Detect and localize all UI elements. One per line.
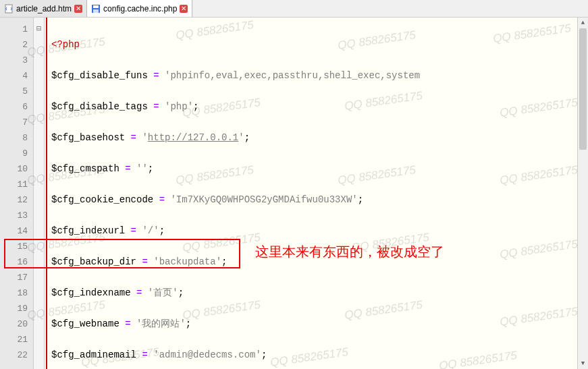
line-number: 16 [0, 254, 33, 270]
code-line: $cfg_cookie_encode = 'Im7XKyGQ0WHPOSG2yG… [51, 192, 588, 208]
svg-rect-0 [5, 5, 12, 13]
line-number: 14 [0, 223, 33, 239]
line-number-gutter: 1 2 3 4 5 6 7 8 9 10 11 12 13 14 15 16 1… [0, 18, 34, 369]
code-line: $cfg_disable_funs = 'phpinfo,eval,exec,p… [51, 68, 588, 84]
line-number: 17 [0, 270, 33, 285]
tab-article-add[interactable]: article_add.htm ✕ [0, 0, 87, 17]
annotation-text: 这里本来有东西的，被改成空了 [255, 244, 444, 260]
line-number: 20 [0, 316, 33, 332]
tab-config-cache[interactable]: config.cache.inc.php ✕ [87, 0, 192, 17]
code-line: $cfg_cmspath = ''; [51, 161, 588, 177]
file-code-icon [4, 4, 14, 13]
tab-label: article_add.htm [16, 4, 72, 13]
scrollbar-thumb[interactable] [579, 28, 587, 150]
close-icon[interactable]: ✕ [180, 5, 188, 13]
code-line: $cfg_disable_tags = 'php'; [51, 99, 588, 115]
fold-toggle-icon[interactable]: ⊟ [34, 22, 44, 37]
scroll-down-icon[interactable]: ▼ [578, 358, 588, 369]
line-number: 22 [0, 347, 33, 363]
scroll-up-icon[interactable]: ▲ [578, 18, 588, 28]
svg-rect-2 [93, 5, 99, 8]
code-editor[interactable]: 1 2 3 4 5 6 7 8 9 10 11 12 13 14 15 16 1… [0, 18, 588, 369]
line-number: 19 [0, 301, 33, 316]
line-number: 2 [0, 37, 33, 53]
line-number: 4 [0, 68, 33, 84]
line-number: 1 [0, 22, 33, 37]
line-number: 9 [0, 146, 33, 161]
line-number: 13 [0, 208, 33, 223]
code-line: $cfg_adminemail = 'admin@dedecms.com'; [51, 347, 588, 363]
code-line: <?php [51, 37, 588, 53]
line-number: 11 [0, 177, 33, 192]
line-number: 21 [0, 332, 33, 347]
line-number: 6 [0, 99, 33, 115]
save-icon [91, 4, 101, 13]
line-number: 3 [0, 53, 33, 68]
line-number: 7 [0, 115, 33, 130]
line-number: 8 [0, 130, 33, 146]
code-line: $cfg_basehost = 'http://127.0.0.1'; [51, 130, 588, 146]
line-number: 18 [0, 285, 33, 301]
tab-label: config.cache.inc.php [103, 4, 177, 13]
code-line: $cfg_webname = '我的网站'; [51, 316, 588, 332]
vertical-scrollbar[interactable]: ▲ ▼ [577, 18, 588, 369]
svg-rect-3 [93, 9, 99, 13]
code-area[interactable]: <?php $cfg_disable_funs = 'phpinfo,eval,… [47, 18, 588, 369]
line-number: 5 [0, 84, 33, 99]
fold-column: ⊟ [34, 18, 45, 369]
line-number: 12 [0, 192, 33, 208]
line-number: 15 [0, 239, 33, 254]
code-line: $cfg_indexurl = '/'; [51, 223, 588, 239]
tab-bar: article_add.htm ✕ config.cache.inc.php ✕ [0, 0, 588, 18]
code-line: $cfg_indexname = '首页'; [51, 285, 588, 301]
line-number: 10 [0, 161, 33, 177]
close-icon[interactable]: ✕ [74, 5, 82, 13]
